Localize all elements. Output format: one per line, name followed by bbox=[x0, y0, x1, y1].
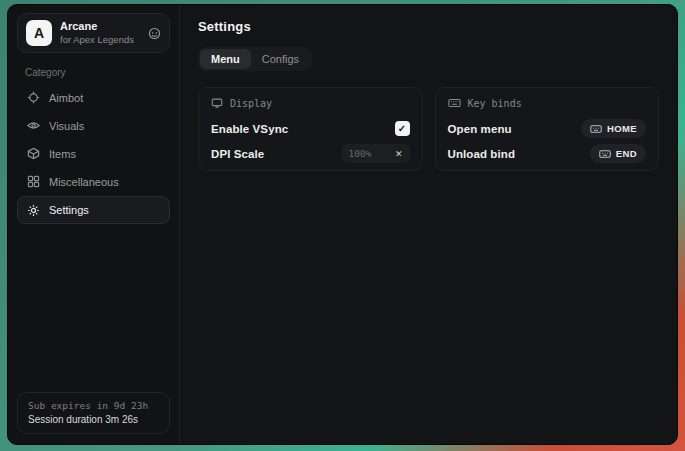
keybinds-card: Key binds Open menu HOME bbox=[435, 87, 660, 171]
unload-bind-button[interactable]: END bbox=[590, 144, 646, 163]
page-title: Settings bbox=[198, 19, 659, 34]
sidebar-item-label: Aimbot bbox=[49, 92, 83, 104]
sidebar-item-settings[interactable]: Settings bbox=[17, 196, 170, 224]
vsync-checkbox[interactable]: ✓ bbox=[395, 121, 410, 136]
subscription-status-card: Sub expires in 9d 23h Session duration 3… bbox=[17, 392, 170, 434]
session-duration-text: Session duration 3m 26s bbox=[28, 414, 159, 425]
dpi-scale-input[interactable]: 100% ✕ bbox=[342, 144, 410, 163]
tab-bar: Menu Configs bbox=[198, 47, 312, 71]
app-window: A Arcane for Apex Legends Category bbox=[7, 4, 678, 445]
keybinds-card-title: Key binds bbox=[468, 98, 522, 109]
unload-bind-row: Unload bind END bbox=[448, 141, 647, 166]
sidebar-nav: Aimbot Visuals Items bbox=[17, 84, 170, 225]
app-logo: A bbox=[26, 20, 52, 46]
sidebar-item-aimbot[interactable]: Aimbot bbox=[17, 84, 170, 111]
dpi-row: DPI Scale 100% ✕ bbox=[211, 141, 410, 166]
app-name: Arcane bbox=[60, 20, 140, 34]
monitor-icon bbox=[211, 97, 223, 109]
sidebar-item-visuals[interactable]: Visuals bbox=[17, 112, 170, 139]
settings-cards: Display Enable VSync ✓ DPI Scale 100% ✕ bbox=[198, 87, 659, 171]
tab-menu[interactable]: Menu bbox=[200, 49, 251, 69]
discord-icon[interactable] bbox=[148, 27, 161, 40]
unload-bind-value: END bbox=[616, 148, 637, 159]
sidebar-item-label: Items bbox=[49, 148, 76, 160]
display-card-title: Display bbox=[230, 98, 272, 109]
tab-configs[interactable]: Configs bbox=[251, 49, 310, 69]
sidebar-item-miscellaneous[interactable]: Miscellaneous bbox=[17, 168, 170, 195]
keyboard-icon bbox=[448, 97, 461, 109]
eye-icon bbox=[26, 119, 40, 132]
close-icon[interactable]: ✕ bbox=[395, 149, 403, 159]
sidebar-item-label: Visuals bbox=[49, 120, 84, 132]
display-card-header: Display bbox=[211, 97, 410, 109]
dpi-scale-value: 100% bbox=[349, 148, 372, 159]
sidebar-item-label: Settings bbox=[49, 204, 89, 216]
open-menu-bind-button[interactable]: HOME bbox=[581, 119, 646, 138]
keybinds-card-header: Key binds bbox=[448, 97, 647, 109]
sidebar: A Arcane for Apex Legends Category bbox=[8, 5, 180, 444]
main-content: Settings Menu Configs Display E bbox=[180, 5, 677, 444]
dpi-label: DPI Scale bbox=[211, 148, 264, 160]
sidebar-item-items[interactable]: Items bbox=[17, 140, 170, 167]
category-label: Category bbox=[25, 67, 170, 78]
keyboard-icon bbox=[590, 124, 602, 134]
brand-text: Arcane for Apex Legends bbox=[60, 20, 140, 46]
vsync-label: Enable VSync bbox=[211, 123, 288, 135]
keyboard-icon bbox=[599, 149, 611, 159]
open-menu-row: Open menu HOME bbox=[448, 116, 647, 141]
sub-expiry-text: Sub expires in 9d 23h bbox=[28, 400, 159, 411]
display-card: Display Enable VSync ✓ DPI Scale 100% ✕ bbox=[198, 87, 423, 171]
open-menu-bind-value: HOME bbox=[607, 123, 637, 134]
app-subtitle: for Apex Legends bbox=[60, 34, 140, 46]
grid-icon bbox=[26, 175, 40, 188]
crosshair-icon bbox=[26, 91, 40, 104]
open-menu-label: Open menu bbox=[448, 123, 512, 135]
unload-bind-label: Unload bind bbox=[448, 148, 516, 160]
vsync-row: Enable VSync ✓ bbox=[211, 116, 410, 141]
gear-icon bbox=[26, 204, 40, 217]
cube-icon bbox=[26, 147, 40, 160]
sidebar-item-label: Miscellaneous bbox=[49, 176, 119, 188]
brand-card: A Arcane for Apex Legends bbox=[17, 13, 170, 53]
